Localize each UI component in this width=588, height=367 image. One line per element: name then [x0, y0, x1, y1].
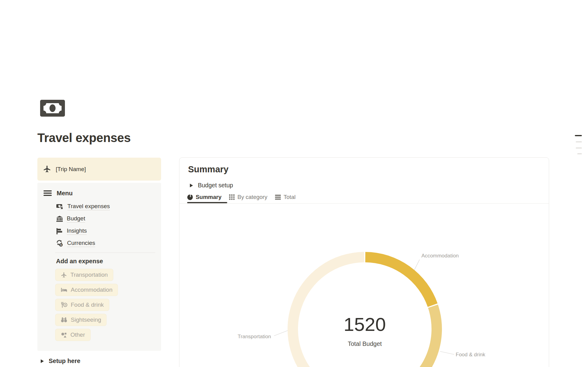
menu-link-label[interactable]: Travel expenses: [67, 203, 110, 210]
add-transportation-button[interactable]: Transportation: [55, 269, 113, 281]
hamburger-icon: [43, 190, 52, 197]
donut-segment-transportation[interactable]: [293, 257, 364, 367]
bed-icon: [61, 286, 67, 293]
airplane-icon: [61, 272, 67, 278]
budget-setup-label: Budget setup: [198, 182, 233, 189]
tab-summary[interactable]: Summary: [187, 194, 221, 200]
button-label: Food & drink: [71, 301, 104, 308]
button-label: Sightseeing: [71, 316, 101, 323]
toggle-label: Setup here: [49, 358, 80, 365]
toggle-triangle-icon[interactable]: [190, 184, 193, 187]
view-tabs: Summary By category Total: [187, 192, 296, 202]
budget-donut-chart: [271, 246, 461, 367]
rows-icon: [275, 195, 281, 200]
menu-item-budget[interactable]: Budget: [56, 213, 161, 225]
button-label: Transportation: [70, 272, 108, 278]
outline-bar-active[interactable]: [575, 135, 582, 136]
binoculars-icon: [61, 316, 67, 323]
slice-label-accommodation: Accommodation: [421, 253, 459, 259]
menu-items: Travel expenses Budget: [56, 200, 161, 249]
toggle-triangle-icon[interactable]: [41, 359, 44, 363]
donut-segment-accommodation[interactable]: [365, 257, 433, 305]
trip-name-callout[interactable]: [Trip Name]: [37, 158, 161, 181]
chart-center-value: 1520: [319, 315, 411, 334]
add-expense-heading: Add an expense: [56, 258, 161, 265]
banknote-arrow-icon: [56, 203, 64, 211]
summary-card: Summary Budget setup Summary By ca: [179, 157, 549, 367]
add-other-button[interactable]: Other: [55, 329, 91, 341]
add-food-drink-button[interactable]: Food & drink: [55, 299, 109, 311]
menu-item-insights[interactable]: Insights: [56, 225, 161, 237]
menu-title: Menu: [57, 190, 73, 197]
outline-bar[interactable]: [576, 148, 582, 148]
bank-icon: [56, 215, 63, 223]
outline-bar[interactable]: [576, 141, 582, 142]
cover-image: [0, 0, 588, 99]
toggle-setup-here[interactable]: Setup here: [41, 358, 161, 365]
tab-label: Summary: [196, 194, 221, 200]
bar-chart-icon: [56, 228, 63, 235]
slice-label-food-drink: Food & drink: [456, 352, 485, 358]
chart-center-label: Total Budget: [319, 340, 411, 347]
menu-link-label[interactable]: Currencies: [67, 240, 95, 247]
fork-plate-icon: [61, 301, 67, 308]
slice-label-transportation: Transportation: [234, 334, 271, 340]
menu-link-label[interactable]: Insights: [67, 227, 87, 235]
svg-text:$: $: [60, 243, 62, 246]
card-title: Summary: [188, 164, 228, 174]
add-sightseeing-button[interactable]: Sightseeing: [55, 314, 107, 326]
grid-icon: [229, 194, 235, 200]
tab-label: By category: [237, 194, 267, 200]
menu-panel: Menu Travel expenses: [37, 183, 161, 351]
outline-widget[interactable]: [574, 135, 582, 154]
button-label: Accommodation: [71, 286, 112, 293]
outline-bar[interactable]: [577, 153, 582, 154]
expense-buttons: Transportation Accommodation: [55, 269, 161, 341]
page-icon-banknote[interactable]: [40, 100, 65, 117]
pie-chart-icon: [187, 194, 193, 200]
sidebar: [Trip Name] Menu: [37, 158, 161, 367]
menu-item-currencies[interactable]: $ Currencies: [56, 237, 161, 249]
tab-label: Total: [284, 194, 296, 200]
add-accommodation-button[interactable]: Accommodation: [55, 284, 118, 296]
tab-total[interactable]: Total: [275, 194, 296, 200]
menu-link-label[interactable]: Budget: [67, 215, 85, 223]
menu-header: Menu: [43, 189, 161, 197]
page-title: Travel expenses: [37, 131, 131, 144]
menu-item-travel-expenses[interactable]: Travel expenses: [56, 200, 161, 213]
tabs-divider: [179, 203, 549, 204]
shapes-icon: [61, 332, 67, 338]
budget-setup-toggle[interactable]: Budget setup: [190, 182, 233, 189]
currency-exchange-icon: $: [56, 240, 63, 247]
sidebar-divider: [55, 253, 155, 253]
trip-name-label: [Trip Name]: [56, 166, 86, 173]
airplane-icon: [43, 165, 51, 173]
tab-by-category[interactable]: By category: [229, 194, 267, 200]
button-label: Other: [70, 331, 85, 338]
